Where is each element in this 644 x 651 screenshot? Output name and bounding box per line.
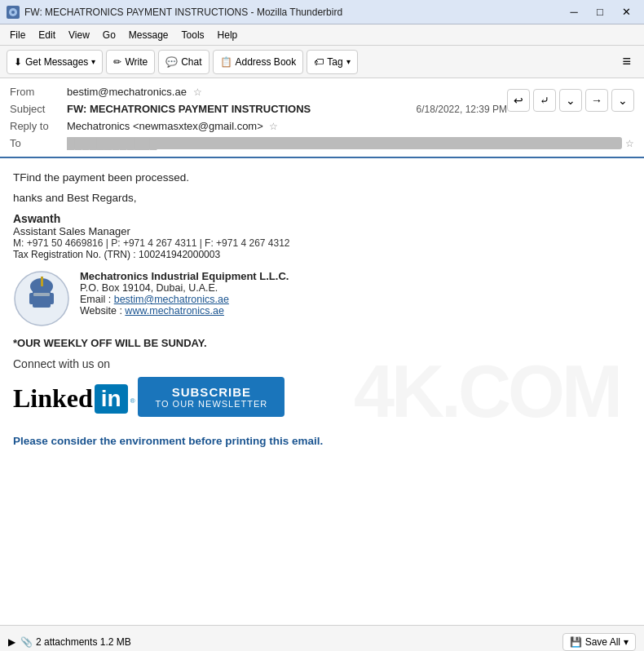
expand-icon[interactable]: ▶ bbox=[8, 636, 15, 648]
address-book-label: Address Book bbox=[236, 56, 297, 68]
company-email-label: Email : bbox=[80, 294, 114, 305]
body-line2: hanks and Best Regards, bbox=[13, 192, 631, 204]
titlebar: FW: MECHATRONICS PAYMENT INSTRUCTIONS - … bbox=[0, 0, 644, 24]
attachment-size-value: 1.2 MB bbox=[100, 636, 131, 648]
write-button[interactable]: ✏ Write bbox=[106, 50, 155, 74]
write-label: Write bbox=[125, 56, 148, 68]
to-value: ████████████ bbox=[67, 137, 622, 149]
menu-message[interactable]: Message bbox=[122, 28, 175, 42]
menu-edit[interactable]: Edit bbox=[32, 28, 62, 42]
linkedin-text-part: Linked bbox=[13, 383, 93, 414]
company-website-link[interactable]: www.mechatronics.ae bbox=[125, 305, 224, 317]
tag-button[interactable]: 🏷 Tag ▾ bbox=[307, 50, 357, 74]
menu-go[interactable]: Go bbox=[96, 28, 122, 42]
connect-text: Connect with us on bbox=[13, 357, 631, 370]
email-header: From bestim@mechatronics.ae ☆ Subject FW… bbox=[0, 78, 644, 158]
back-button[interactable]: ↩ bbox=[507, 89, 530, 112]
subject-value: FW: MECHATRONICS PAYMENT INSTRUCTIONS bbox=[67, 103, 417, 115]
env-notice: Please consider the environment before p… bbox=[13, 435, 631, 447]
email-body: 4K.COM TFind the payment been processed.… bbox=[0, 158, 644, 625]
signature-tax: Tax Registration No. (TRN) : 10024194200… bbox=[13, 249, 631, 260]
chat-icon: 💬 bbox=[165, 56, 178, 68]
email-date: 6/18/2022, 12:39 PM bbox=[417, 104, 507, 115]
menu-file[interactable]: File bbox=[3, 28, 32, 42]
reply-to-label: Reply to bbox=[10, 120, 67, 132]
close-button[interactable]: ✕ bbox=[615, 4, 637, 20]
attachment-count: 2 attachments bbox=[36, 636, 97, 648]
get-messages-label: Get Messages bbox=[25, 56, 88, 68]
linkedin-registered-icon: ® bbox=[130, 397, 135, 405]
reply-to-email: Mechatronics <newmasxtex@gmail.com> bbox=[67, 120, 263, 132]
subscribe-button[interactable]: SUBSCRIBE TO OUR NEWSLETTER bbox=[138, 377, 285, 417]
get-messages-button[interactable]: ⬇ Get Messages ▾ bbox=[7, 50, 103, 74]
subscribe-sub-text: TO OUR NEWSLETTER bbox=[154, 399, 268, 409]
company-block: Mechatronics Industrial Equipment L.L.C.… bbox=[13, 270, 631, 327]
svg-point-1 bbox=[11, 11, 15, 14]
chat-label: Chat bbox=[181, 56, 201, 68]
to-label: To bbox=[10, 137, 67, 149]
signature-title: Assistant Sales Manager bbox=[13, 225, 631, 237]
menu-help[interactable]: Help bbox=[211, 28, 245, 42]
tag-dropdown-icon[interactable]: ▾ bbox=[346, 57, 351, 66]
forward-button[interactable]: → bbox=[585, 89, 608, 112]
get-messages-dropdown-icon[interactable]: ▾ bbox=[91, 57, 95, 66]
signature-contact: M: +971 50 4669816 | P: +971 4 267 4311 … bbox=[13, 237, 631, 249]
body-line1: TFind the payment been processed. bbox=[13, 171, 631, 184]
address-book-icon: 📋 bbox=[220, 56, 232, 68]
save-all-dropdown-icon[interactable]: ▾ bbox=[624, 636, 629, 648]
app-icon bbox=[7, 6, 20, 19]
from-label: From bbox=[10, 86, 67, 98]
company-logo bbox=[13, 270, 70, 327]
subject-label: Subject bbox=[10, 103, 67, 115]
minimize-button[interactable]: ─ bbox=[562, 4, 585, 20]
company-email-link[interactable]: bestim@mechatronics.ae bbox=[114, 294, 229, 305]
weekly-off: *OUR WEEKLY OFF WILL BE SUNDAY. bbox=[13, 337, 631, 349]
signature-block: Aswanth Assistant Sales Manager M: +971 … bbox=[13, 212, 631, 260]
write-icon: ✏ bbox=[113, 56, 121, 68]
menu-tools[interactable]: Tools bbox=[175, 28, 211, 42]
window-title: FW: MECHATRONICS PAYMENT INSTRUCTIONS - … bbox=[24, 7, 562, 18]
company-name: Mechatronics Industrial Equipment L.L.C. bbox=[80, 270, 289, 282]
more-button[interactable]: ⌄ bbox=[611, 89, 634, 112]
svg-rect-8 bbox=[33, 301, 51, 308]
subscribe-main-text: SUBSCRIBE bbox=[154, 385, 268, 399]
save-all-label: Save All bbox=[585, 636, 620, 648]
chat-button[interactable]: 💬 Chat bbox=[158, 50, 209, 74]
reply-to-star-icon[interactable]: ☆ bbox=[269, 121, 278, 132]
window-controls: ─ □ ✕ bbox=[562, 4, 637, 20]
attachments-bar: ▶ 📎 2 attachments 1.2 MB 💾 Save All ▾ bbox=[0, 625, 644, 651]
paperclip-icon: 📎 bbox=[20, 636, 33, 648]
reply-to-value: Mechatronics <newmasxtex@gmail.com> ☆ bbox=[67, 120, 634, 132]
maximize-button[interactable]: □ bbox=[589, 4, 611, 20]
signature-name: Aswanth bbox=[13, 212, 631, 225]
company-website-label: Website : bbox=[80, 305, 125, 317]
from-email: bestim@mechatronics.ae bbox=[67, 86, 187, 98]
company-info: Mechatronics Industrial Equipment L.L.C.… bbox=[80, 270, 289, 317]
save-all-button[interactable]: 💾 Save All ▾ bbox=[562, 633, 636, 651]
company-pobox: P.O. Box 19104, Dubai, U.A.E. bbox=[80, 282, 218, 294]
menubar: File Edit View Go Message Tools Help bbox=[0, 24, 644, 46]
svg-rect-4 bbox=[41, 277, 43, 286]
nav-buttons: ↩ ⤶ ⌄ → ⌄ bbox=[507, 89, 634, 112]
linkedin-logo[interactable]: Linked in ® bbox=[13, 383, 135, 414]
from-star-icon[interactable]: ☆ bbox=[193, 86, 202, 98]
linkedin-in-badge: in bbox=[95, 384, 128, 414]
reply-all-button[interactable]: ⤶ bbox=[533, 89, 556, 112]
svg-rect-9 bbox=[33, 293, 50, 296]
tag-icon: 🏷 bbox=[314, 56, 324, 68]
to-star-icon[interactable]: ☆ bbox=[625, 138, 634, 149]
get-messages-icon: ⬇ bbox=[14, 56, 22, 68]
hamburger-menu[interactable]: ≡ bbox=[615, 50, 637, 73]
tag-label: Tag bbox=[327, 56, 342, 68]
from-value: bestim@mechatronics.ae ☆ bbox=[67, 86, 507, 98]
nav-dropdown-button[interactable]: ⌄ bbox=[559, 89, 582, 112]
menu-view[interactable]: View bbox=[62, 28, 96, 42]
connect-section: Connect with us on Linked in ® SUBSCRIBE… bbox=[13, 357, 631, 427]
toolbar: ⬇ Get Messages ▾ ✏ Write 💬 Chat 📋 Addres… bbox=[0, 46, 644, 78]
address-book-button[interactable]: 📋 Address Book bbox=[213, 50, 304, 74]
save-icon: 💾 bbox=[570, 636, 582, 648]
